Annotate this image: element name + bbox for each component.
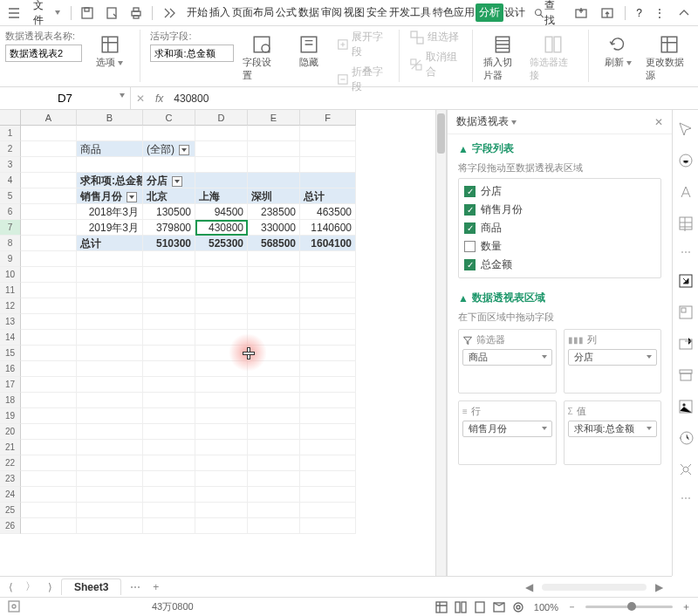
horizontal-scrollbar[interactable] (542, 584, 647, 591)
tab-menu-icon[interactable]: ⋯ (127, 581, 144, 593)
rail-history-icon[interactable] (677, 429, 695, 447)
cells-grid[interactable]: 商品(全部) 求和项:总金额分店 销售月份 北京上海深圳总计2018年3月130… (21, 126, 435, 576)
column-headers[interactable]: ABCDEF (21, 110, 435, 126)
zoom-slider[interactable] (585, 606, 673, 608)
rail-tools-icon[interactable] (677, 461, 695, 478)
collapse-ribbon-icon[interactable] (674, 6, 695, 20)
view-read-icon[interactable] (492, 600, 506, 614)
rail-clipboard-icon[interactable] (677, 152, 695, 169)
view-page-icon[interactable] (473, 600, 487, 614)
change-source-button[interactable]: 更改数据源 (646, 30, 693, 82)
tab-start[interactable]: 开始 (186, 5, 209, 20)
rail-gallery-icon[interactable] (677, 304, 695, 321)
rail-share-icon[interactable] (677, 335, 695, 352)
formula-input[interactable]: 430800 (168, 92, 698, 105)
svg-rect-35 (9, 601, 19, 612)
share-icon[interactable] (571, 6, 592, 20)
hscroll-right-icon[interactable]: ▶ (652, 581, 667, 593)
column-tag[interactable]: 分店 (568, 349, 658, 366)
print-icon[interactable] (126, 0, 147, 25)
view-pagebreak-icon[interactable] (454, 600, 468, 614)
record-macro-icon[interactable] (7, 599, 21, 615)
tab-design[interactable]: 设计 (503, 5, 526, 20)
name-box-input[interactable] (13, 90, 118, 107)
help-icon[interactable]: ? (633, 7, 646, 19)
refresh-button[interactable]: 刷新 (599, 30, 637, 69)
hide-button[interactable]: 隐藏 (290, 30, 328, 69)
rail-archive-icon[interactable] (677, 366, 695, 384)
panel-title: 数据透视表 (456, 114, 517, 129)
tab-review[interactable]: 审阅 (320, 5, 343, 20)
tab-devtools[interactable]: 开发工具 (388, 5, 432, 20)
print-preview-icon[interactable] (101, 0, 122, 25)
svg-rect-21 (555, 37, 562, 52)
export-icon[interactable] (597, 6, 618, 20)
field-分店[interactable]: ✓分店 (462, 182, 657, 201)
field-list-box[interactable]: ✓分店✓销售月份✓商品数量✓总金额 (458, 178, 661, 278)
rail-image-icon[interactable] (677, 398, 695, 415)
cancel-formula-icon[interactable]: ✕ (131, 92, 150, 105)
fx-icon[interactable]: fx (155, 92, 163, 105)
scroll-thumb[interactable] (437, 113, 445, 154)
rail-table-icon[interactable] (677, 215, 695, 232)
values-tag[interactable]: 求和项:总金额 (568, 421, 658, 437)
save-icon[interactable] (77, 0, 98, 25)
filter-area[interactable]: 筛选器 商品 (458, 329, 557, 394)
svg-point-42 (514, 603, 523, 612)
more-icon[interactable]: ⋮ (651, 7, 668, 19)
tab-layout[interactable]: 页面布局 (231, 5, 275, 20)
row-headers[interactable]: 1234567891011121314151617181920212223242… (0, 126, 21, 576)
rail-font-icon[interactable] (677, 183, 695, 201)
tab-analyze[interactable]: 分析 (476, 3, 503, 22)
field-数量[interactable]: 数量 (462, 237, 657, 256)
select-all-corner[interactable] (0, 110, 21, 126)
row-area[interactable]: ≡行 销售月份 (458, 400, 557, 465)
tab-insert[interactable]: 插入 (209, 5, 231, 20)
tab-nav-next-icon[interactable]: ⟩ (44, 581, 56, 593)
svg-rect-2 (107, 8, 116, 18)
view-focus-icon[interactable] (511, 600, 525, 614)
rail-more2-icon[interactable]: ⋯ (681, 492, 691, 504)
hscroll-left-icon[interactable]: ◀ (522, 581, 537, 593)
tab-formula[interactable]: 公式 (275, 5, 298, 20)
row-tag[interactable]: 销售月份 (462, 421, 552, 437)
zoom-out-button[interactable]: － (567, 600, 577, 613)
tab-nav-prev-icon[interactable]: 〉 (22, 579, 39, 594)
svg-rect-38 (455, 602, 460, 613)
view-normal-icon[interactable] (435, 600, 448, 614)
options-button[interactable]: 选项 (91, 30, 129, 69)
find-button[interactable]: 查找 (530, 0, 566, 28)
tab-security[interactable]: 安全 (366, 5, 388, 20)
menu-icon[interactable] (3, 0, 24, 25)
column-area[interactable]: ▮▮▮列 分店 (564, 329, 662, 394)
tab-view[interactable]: 视图 (343, 5, 366, 20)
field-list-title: ▲字段列表 (458, 141, 661, 156)
rail-expand-icon[interactable] (677, 272, 695, 290)
svg-rect-27 (681, 308, 686, 312)
tab-special[interactable]: 特色应用 (432, 5, 476, 20)
panel-close-icon[interactable]: ✕ (654, 116, 663, 128)
sheet-tab[interactable]: Sheet3 (61, 578, 121, 595)
zoom-in-button[interactable]: ＋ (681, 600, 691, 613)
vertical-scrollbar[interactable] (435, 110, 446, 576)
tab-nav-first-icon[interactable]: ⟨ (5, 581, 17, 593)
field-总金额[interactable]: ✓总金额 (462, 256, 657, 274)
name-box[interactable] (0, 87, 131, 109)
field-商品[interactable]: ✓商品 (462, 219, 657, 237)
sheet-area[interactable]: ABCDEF 123456789101112131415161718192021… (0, 110, 447, 576)
file-menu[interactable]: 文件 (28, 0, 65, 28)
tab-data[interactable]: 数据 (298, 5, 320, 20)
field-settings-button[interactable]: 字段设置 (243, 30, 281, 82)
insert-slicer-button[interactable]: 插入切片器 (483, 30, 522, 82)
rail-select-icon[interactable] (677, 120, 695, 138)
active-field-input[interactable] (150, 44, 234, 62)
filter-tag[interactable]: 商品 (462, 349, 552, 366)
overflow-right-icon[interactable] (158, 0, 179, 25)
name-box-dropdown-icon[interactable] (120, 93, 125, 98)
values-area[interactable]: Σ值 求和项:总金额 (564, 400, 662, 465)
add-sheet-button[interactable]: + (149, 581, 162, 593)
rail-more-icon[interactable]: ⋯ (681, 246, 691, 258)
svg-point-32 (682, 404, 685, 407)
field-销售月份[interactable]: ✓销售月份 (462, 201, 657, 219)
pivot-name-input[interactable] (5, 44, 82, 62)
